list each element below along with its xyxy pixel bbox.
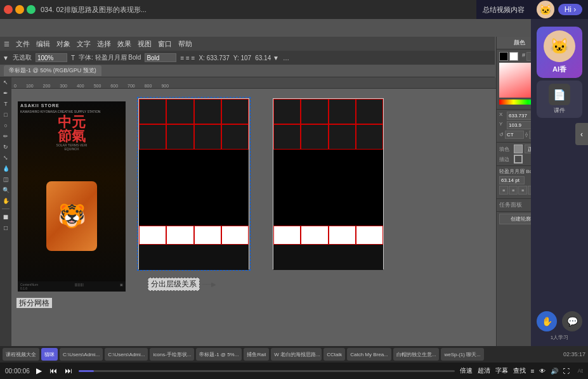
tool-zoom[interactable]: 🔍: [1, 186, 10, 195]
prev-button[interactable]: ⏮: [48, 365, 58, 376]
expand-btn[interactable]: ‹: [575, 123, 588, 145]
play-button[interactable]: ▶: [35, 365, 43, 376]
rotation-val[interactable]: CT: [505, 131, 524, 139]
ai-action-icons: ✋ 💬: [537, 311, 582, 331]
tool-scale[interactable]: ⤡: [1, 153, 10, 162]
poster-barcode: |||||||||||: [74, 283, 83, 290]
align-left-btn[interactable]: ≡: [499, 186, 508, 195]
font-size-val[interactable]: 63.14 pt: [499, 176, 525, 184]
ai-chat-icon[interactable]: 💬: [562, 311, 582, 331]
menu-file[interactable]: 文件: [16, 39, 30, 49]
player-progress-bar[interactable]: [79, 370, 455, 372]
poster-bottom-left: ContentNum0.1.6: [20, 283, 38, 290]
poster-sub1: KAWASHIRO KIYOMASA CREATIVE SUPPLY STATI…: [20, 110, 123, 113]
align-center-btn[interactable]: ≡: [509, 186, 518, 195]
toolbar2: ▼ 无选取 T 字体: 轻盈月月眉 Bold ≡ ≡ ≡ X: 633.737 …: [0, 51, 495, 65]
ai-sub-icon-1: 📄: [549, 84, 570, 105]
poster-panel: ASAKII STORE KAWASHIRO KIYOMASA CREATIVE…: [18, 101, 126, 292]
swatch-white[interactable]: [509, 52, 518, 61]
poster-qr: ▣: [120, 283, 123, 290]
tool-rect[interactable]: □: [1, 110, 10, 119]
ai-main-label: AI香: [552, 65, 566, 74]
taskbar-item-11[interactable]: weSp-(1) 聊天...: [441, 348, 483, 361]
size-label: 63.14 ▼: [255, 55, 279, 61]
swatch-black[interactable]: [499, 52, 508, 61]
grid-panel-2: [273, 98, 384, 269]
fullscreen-btn[interactable]: ⛶: [563, 368, 570, 375]
poster-store-name: ASAKII STORE: [20, 103, 60, 108]
menu-view[interactable]: 视图: [138, 39, 152, 49]
x-coord: X: 633.737: [199, 55, 229, 61]
fill-label: 填色: [499, 146, 512, 153]
ai-hi-section: 🐱 Hi ›: [531, 0, 588, 19]
taskbar-item-0[interactable]: 课程视频大全: [3, 348, 39, 361]
t-label: T: [71, 55, 75, 61]
user-count: 1人学习: [551, 334, 568, 341]
tool-text[interactable]: T: [1, 100, 10, 108]
ai-avatar-large: 🐱: [544, 30, 575, 62]
player-current-time: 00:00:06: [5, 368, 30, 375]
tool-ellipse[interactable]: ○: [1, 121, 10, 130]
taskbar-item-4[interactable]: icons-手绘形状...: [150, 348, 194, 361]
taskbar-item-8[interactable]: CCtalk: [323, 348, 345, 361]
document-tab-bar: 帝标题-1 @ 50% (RGB/GPU 预览): [0, 65, 495, 77]
taskbar-item-6[interactable]: 捕鱼Rail: [244, 348, 269, 361]
taskbar-item-10[interactable]: 白帽的独立生意...: [393, 348, 440, 361]
speed-btn[interactable]: 倍速: [460, 366, 473, 375]
minimize-btn[interactable]: [15, 5, 24, 14]
stroke-box[interactable]: [514, 155, 523, 164]
ai-sub-card-1[interactable]: 📄 课件: [537, 80, 582, 118]
bottom-bar: 课程视频大全 猫咪 C:\Users\Admi... C:\Users\Admi…: [0, 346, 588, 379]
tool-pen[interactable]: ✒: [1, 89, 10, 98]
taskbar: 课程视频大全 猫咪 C:\Users\Admi... C:\Users\Admi…: [0, 346, 588, 363]
app-title: 034. 02排版思路及图形的表现形...: [36, 5, 541, 15]
maximize-btn[interactable]: [27, 5, 36, 14]
document-tab[interactable]: 帝标题-1 @ 50% (RGB/GPU 预览): [4, 65, 101, 76]
taskbar-item-7[interactable]: W 老白的海报思路...: [271, 348, 322, 361]
menu-window[interactable]: 窗口: [158, 39, 172, 49]
hi-button[interactable]: Hi ›: [558, 4, 583, 15]
menu-select[interactable]: 选择: [97, 39, 111, 49]
menu-effect[interactable]: 效果: [117, 39, 131, 49]
avatar: 🐱: [537, 1, 554, 18]
ai-hand-icon[interactable]: ✋: [537, 311, 557, 331]
subtitle-btn[interactable]: 字幕: [495, 366, 508, 375]
search-btn[interactable]: 查找: [513, 366, 526, 375]
zoom-input[interactable]: [36, 53, 67, 62]
next-button[interactable]: ⏭: [63, 365, 74, 376]
font-size-input[interactable]: [145, 53, 176, 62]
taskbar-item-2[interactable]: C:\Users\Admi...: [60, 348, 103, 361]
menu-object[interactable]: 对象: [56, 39, 70, 49]
stroke-color[interactable]: □: [1, 223, 10, 232]
tool-gradient[interactable]: ◫: [1, 175, 10, 184]
list-btn[interactable]: ≡: [531, 368, 535, 375]
tool-rotate[interactable]: ↻: [1, 143, 10, 151]
tool-direct[interactable]: ↖: [1, 78, 10, 87]
volume-btn[interactable]: 🔊: [551, 368, 558, 375]
menu-help[interactable]: 帮助: [178, 39, 192, 49]
tool-eyedropper[interactable]: 💧: [1, 164, 10, 173]
clarity-btn[interactable]: 超清: [478, 366, 490, 375]
fill-color[interactable]: ■: [1, 212, 10, 221]
hex-label: #: [522, 52, 525, 61]
close-btn[interactable]: [4, 5, 13, 14]
taskbar-item-9[interactable]: Catch My Brea...: [347, 348, 391, 361]
poster-cn-text: 中元節氣: [18, 115, 126, 143]
fill-box[interactable]: [514, 145, 523, 153]
taskbar-item-3[interactable]: C:\Users\Admi...: [105, 348, 148, 361]
taskbar-item-5[interactable]: 帝标题-1 @ 5%...: [196, 348, 242, 361]
align-right-btn[interactable]: ≡: [518, 186, 527, 195]
taskbar-item-1[interactable]: 猫咪: [41, 348, 58, 361]
tool-hand[interactable]: ✋: [1, 196, 10, 205]
at-label: At: [577, 368, 583, 374]
ai-main-card[interactable]: 🐱 AI香: [537, 27, 582, 78]
tool-brush[interactable]: ✏: [1, 132, 10, 141]
eye-btn[interactable]: 👁: [539, 368, 546, 375]
menu-edit[interactable]: 编辑: [36, 39, 50, 49]
ai-bottom-section: ✋ 💬 1人学习: [537, 311, 582, 341]
stroke-label: 描边: [499, 156, 512, 163]
align-icons: ≡ ≡ ≡: [180, 55, 195, 61]
y-val[interactable]: 103.9: [507, 121, 533, 129]
menu-type[interactable]: 文字: [77, 39, 91, 49]
x-val[interactable]: 633.737: [507, 112, 533, 120]
